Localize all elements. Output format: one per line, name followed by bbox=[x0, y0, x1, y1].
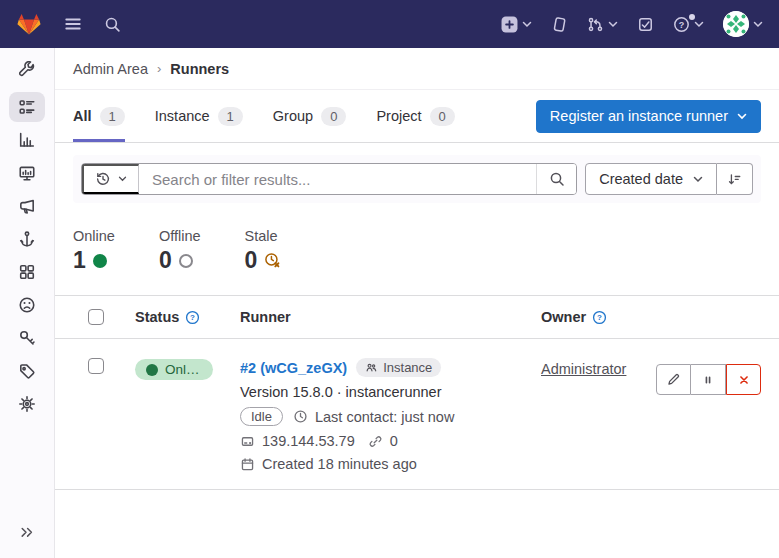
linked-projects-count: 0 bbox=[390, 433, 398, 449]
status-badge: Online bbox=[135, 359, 213, 380]
pencil-icon bbox=[666, 372, 681, 387]
sidebar-item-analytics[interactable] bbox=[9, 125, 45, 155]
sidebar-item-settings[interactable] bbox=[9, 389, 45, 419]
merge-requests-icon[interactable] bbox=[587, 16, 618, 33]
owner-column-header: Owner bbox=[541, 309, 586, 325]
chevron-down-icon bbox=[753, 21, 763, 28]
tab-group[interactable]: Group 0 bbox=[273, 90, 347, 142]
new-menu-button[interactable] bbox=[501, 16, 532, 33]
tab-project[interactable]: Project 0 bbox=[376, 90, 454, 142]
help-menu-button[interactable]: ? bbox=[673, 16, 704, 33]
labels-tag-icon bbox=[18, 362, 36, 380]
wrench-icon bbox=[18, 61, 36, 79]
filtered-search-box bbox=[81, 163, 577, 195]
sidebar-item-hooks[interactable] bbox=[9, 224, 45, 254]
chevron-down-icon bbox=[118, 176, 127, 182]
calendar-icon bbox=[240, 457, 255, 472]
menu-icon[interactable] bbox=[64, 15, 82, 33]
megaphone-icon bbox=[18, 197, 36, 215]
sidebar-collapse-toggle[interactable] bbox=[9, 518, 45, 546]
avatar bbox=[723, 11, 749, 37]
stat-label: Stale bbox=[245, 228, 282, 244]
tab-label: Group bbox=[273, 108, 313, 124]
sidebar-item-deploy-keys[interactable] bbox=[9, 323, 45, 353]
runner-ip: 139.144.53.79 bbox=[262, 433, 355, 449]
pause-runner-button[interactable] bbox=[691, 364, 726, 395]
online-status-icon bbox=[93, 254, 107, 268]
frown-face-icon bbox=[18, 296, 36, 314]
clock-icon bbox=[293, 409, 308, 424]
tab-instance[interactable]: Instance 1 bbox=[155, 90, 243, 142]
sidebar-item-labels[interactable] bbox=[9, 356, 45, 386]
gitlab-admin-runners-page: ? bbox=[0, 0, 779, 558]
svg-text:?: ? bbox=[597, 313, 602, 322]
content-area: Admin Area › Runners All 1 Instance 1 Gr… bbox=[55, 48, 779, 558]
offline-status-icon bbox=[179, 254, 193, 268]
select-all-checkbox[interactable] bbox=[88, 309, 104, 325]
key-icon bbox=[18, 329, 36, 347]
close-icon bbox=[737, 373, 751, 387]
runner-column-header: Runner bbox=[240, 309, 291, 325]
stale-clock-icon bbox=[264, 252, 281, 269]
search-icon[interactable] bbox=[104, 16, 121, 33]
tab-count-badge: 1 bbox=[218, 107, 243, 126]
edit-runner-button[interactable] bbox=[656, 364, 691, 395]
runners-table-header: Status ? Runner Owner ? bbox=[55, 295, 779, 339]
stat-label: Online bbox=[73, 228, 115, 244]
delete-runner-button[interactable] bbox=[726, 364, 761, 395]
overview-icon bbox=[18, 98, 36, 116]
owner-link[interactable]: Administrator bbox=[541, 361, 626, 377]
help-notification-dot bbox=[689, 14, 695, 20]
search-input[interactable] bbox=[139, 171, 536, 188]
tab-label: Instance bbox=[155, 108, 210, 124]
issues-icon[interactable] bbox=[551, 16, 568, 33]
sidebar-item-admin-area[interactable] bbox=[9, 55, 45, 85]
gitlab-logo-icon[interactable] bbox=[16, 12, 42, 37]
chevron-down-icon bbox=[737, 113, 747, 120]
table-row: Online #2 (wCG_zeGX) Instance Version 15… bbox=[55, 339, 779, 490]
sidebar-item-abuse-reports[interactable] bbox=[9, 290, 45, 320]
stat-label: Offline bbox=[159, 228, 201, 244]
sidebar-item-monitoring[interactable] bbox=[9, 158, 45, 188]
sidebar-item-applications[interactable] bbox=[9, 257, 45, 287]
breadcrumb-admin-area[interactable]: Admin Area bbox=[73, 61, 148, 77]
double-chevron-right-icon bbox=[19, 524, 35, 540]
admin-sidebar bbox=[0, 48, 55, 558]
stat-stale: Stale 0 bbox=[245, 228, 282, 272]
todos-icon[interactable] bbox=[637, 16, 654, 33]
link-icon bbox=[368, 434, 383, 449]
runner-type-label: Instance bbox=[383, 360, 432, 375]
sidebar-item-overview[interactable] bbox=[9, 92, 45, 122]
tab-count-badge: 0 bbox=[321, 107, 346, 126]
tab-label: Project bbox=[376, 108, 421, 124]
applications-grid-icon bbox=[18, 263, 36, 281]
user-menu-button[interactable] bbox=[723, 11, 763, 37]
runner-version: Version 15.8.0 · instancerunner bbox=[240, 384, 541, 400]
sort-controls: Created date bbox=[585, 163, 753, 195]
last-contact-text: Last contact: just now bbox=[315, 409, 454, 425]
history-icon bbox=[95, 171, 111, 187]
stat-online: Online 1 bbox=[73, 228, 115, 272]
sort-by-label: Created date bbox=[599, 171, 683, 187]
status-help-icon[interactable]: ? bbox=[185, 310, 200, 325]
row-checkbox[interactable] bbox=[88, 358, 104, 374]
owner-help-icon[interactable]: ? bbox=[592, 310, 607, 325]
navbar-left bbox=[16, 12, 121, 37]
sort-by-dropdown[interactable]: Created date bbox=[585, 163, 717, 195]
register-instance-runner-button[interactable]: Register an instance runner bbox=[536, 100, 761, 133]
sort-direction-button[interactable] bbox=[717, 163, 753, 195]
stat-value: 0 bbox=[245, 249, 258, 272]
monitor-icon bbox=[18, 164, 36, 182]
created-ago-text: Created 18 minutes ago bbox=[262, 456, 417, 472]
runner-link[interactable]: #2 (wCG_zeGX) bbox=[240, 360, 347, 376]
sort-descending-icon bbox=[727, 172, 742, 187]
stat-value: 0 bbox=[159, 249, 172, 272]
tab-all[interactable]: All 1 bbox=[73, 90, 125, 142]
status-badge-label: Online bbox=[165, 362, 202, 377]
runner-type-tabs: All 1 Instance 1 Group 0 Project 0 Regis… bbox=[55, 90, 779, 143]
search-submit-button[interactable] bbox=[536, 164, 576, 194]
top-navbar: ? bbox=[0, 0, 779, 48]
sidebar-item-messages[interactable] bbox=[9, 191, 45, 221]
search-history-dropdown[interactable] bbox=[82, 164, 139, 194]
stat-value: 1 bbox=[73, 249, 86, 272]
